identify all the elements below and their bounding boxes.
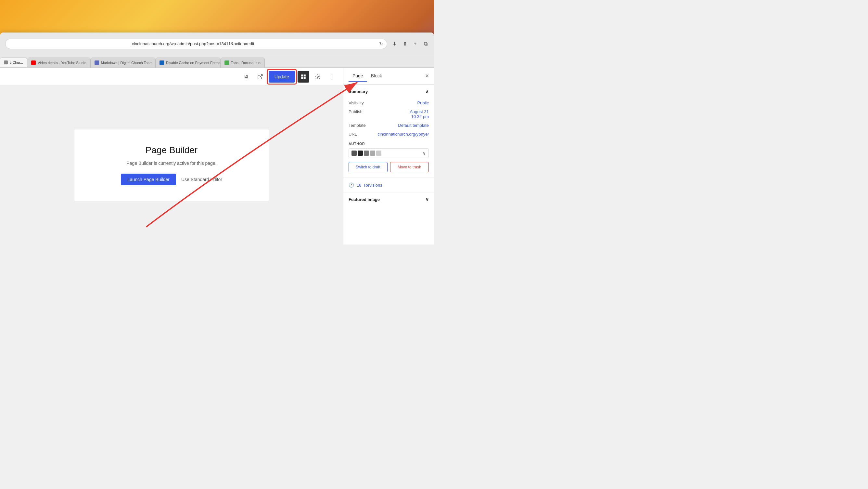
use-standard-editor-link[interactable]: Use Standard Editor [181,177,222,182]
tab-favicon-docusaurus [224,60,229,65]
update-button[interactable]: Update [269,71,295,83]
author-section: AUTHOR ∨ [348,142,429,158]
tab-docusaurus[interactable]: Tabs | Docusaurus [221,58,265,67]
download-icon[interactable]: ⬇ [391,41,398,47]
template-value[interactable]: Default template [398,123,429,128]
tab-page[interactable]: Page [348,70,367,82]
publish-row: Publish August 31 10:32 pm [348,107,429,121]
tab-youtube[interactable]: Video details - YouTube Studio [27,58,91,67]
monitor-button[interactable]: 🖥 [240,71,252,83]
visibility-value[interactable]: Public [417,100,429,105]
share-icon[interactable]: ⬆ [402,41,408,47]
tab-favicon-markdown [95,60,99,65]
summary-chevron: ∧ [426,89,429,94]
revisions-label: Revisions [364,183,382,188]
tabs-icon[interactable]: ⧉ [422,41,429,47]
page-builder-actions: Launch Page Builder Use Standard Editor [87,174,256,185]
revisions-row[interactable]: 🕐 18 Revisions [343,178,434,193]
tab-markdown[interactable]: Markdown | Digital Church Team [91,58,156,67]
main-content: 🖥 Update [0,68,434,244]
new-tab-icon[interactable]: + [412,41,418,47]
avatar-2 [358,150,363,156]
browser-window: cincinnatichurch.org/wp-admin/post.php?p… [0,32,434,244]
sidebar: Page Block × Summary ∧ Visibility Public… [343,68,434,244]
visibility-row: Visibility Public [348,98,429,107]
address-bar[interactable]: cincinnatichurch.org/wp-admin/post.php?p… [5,39,387,49]
summary-label: Summary [348,89,368,94]
avatar-1 [351,150,357,156]
tab-favicon-current [4,60,8,64]
tab-disable-cache[interactable]: Disable Cache on Payment Forms | Digital… [156,58,221,67]
svg-line-0 [259,75,262,77]
avatar-4 [370,150,375,156]
tabs-bar: ti Chur... Video details - YouTube Studi… [0,55,434,68]
template-label: Template [348,123,366,128]
tab-current[interactable]: ti Chur... [0,58,27,67]
url-text: cincinnatichurch.org/wp-admin/post.php?p… [9,41,376,46]
author-dropdown[interactable]: ∨ [348,148,429,158]
page-builder-title: Page Builder [87,145,256,155]
switch-to-draft-button[interactable]: Switch to draft [348,162,388,172]
author-dropdown-arrow: ∨ [423,151,426,156]
avatar-3 [364,150,369,156]
summary-section: Summary ∧ Visibility Public Publish Augu… [343,85,434,178]
launch-page-builder-button[interactable]: Launch Page Builder [121,174,176,185]
featured-image-chevron: ∨ [426,197,429,202]
revisions-count: 18 [357,183,361,188]
summary-section-content: Visibility Public Publish August 31 10:3… [343,98,434,177]
tab-block[interactable]: Block [367,70,386,82]
featured-image-label: Featured image [348,197,380,202]
browser-chrome: cincinnatichurch.org/wp-admin/post.php?p… [0,32,434,55]
svg-point-5 [317,76,319,77]
wp-toolbar: 🖥 Update [0,68,343,86]
featured-image-header[interactable]: Featured image ∨ [343,193,434,206]
template-row: Template Default template [348,121,429,130]
revisions-icon: 🕐 [348,182,354,188]
author-avatars [351,150,381,156]
more-options-button[interactable]: ⋮ [326,71,338,83]
avatar-5 [376,150,381,156]
sidebar-close-button[interactable]: × [425,73,429,79]
svg-rect-2 [304,75,306,77]
page-builder-description: Page Builder is currently active for thi… [87,161,256,166]
summary-section-header[interactable]: Summary ∧ [343,85,434,98]
url-label: URL [348,132,357,137]
external-link-button[interactable] [254,71,266,83]
url-value[interactable]: cincinnatichurch.org/ypnye/ [377,132,429,137]
author-label: AUTHOR [348,142,429,146]
featured-image-section: Featured image ∨ [343,193,434,206]
svg-rect-1 [301,75,303,77]
visibility-label: Visibility [348,100,364,105]
tab-favicon-disable [159,60,164,65]
refresh-icon[interactable]: ↻ [379,41,383,47]
browser-actions: ⬇ ⬆ + ⧉ [391,41,429,47]
svg-rect-4 [304,77,306,79]
settings-button[interactable] [312,71,323,83]
sidebar-tabs: Page Block × [343,68,434,85]
action-buttons: Switch to draft Move to trash [348,162,429,172]
update-button-wrapper: Update [269,71,295,83]
page-builder-block: Page Builder Page Builder is currently a… [74,129,269,201]
url-row: URL cincinnatichurch.org/ypnye/ [348,130,429,139]
publish-value[interactable]: August 31 10:32 pm [410,109,429,119]
tab-favicon-youtube [31,60,36,65]
svg-rect-3 [301,77,303,79]
move-to-trash-button[interactable]: Move to trash [390,162,429,172]
block-editor-toggle[interactable] [298,71,309,83]
editor-canvas: Page Builder Page Builder is currently a… [0,86,343,244]
publish-label: Publish [348,109,363,114]
editor-area: 🖥 Update [0,68,343,244]
